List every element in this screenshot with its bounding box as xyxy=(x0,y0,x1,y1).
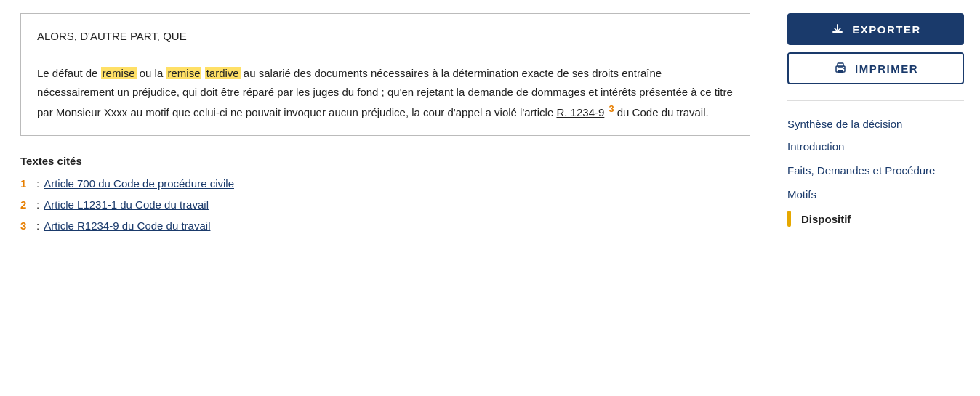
cite-number-2: 2 xyxy=(20,198,33,211)
article-heading: ALORS, D'AUTRE PART, QUE xyxy=(37,27,734,46)
cite-number-3: 3 xyxy=(20,219,33,232)
export-button[interactable]: EXPORTER xyxy=(787,13,964,45)
export-label: EXPORTER xyxy=(852,23,921,36)
sidebar: EXPORTER IMPRIMER Synthèse de la décisio… xyxy=(771,0,980,396)
nav-item-faits[interactable]: Faits, Demandes et Procédure xyxy=(787,158,964,183)
print-icon xyxy=(833,61,848,76)
nav-item-introduction[interactable]: Introduction xyxy=(787,135,964,158)
article-paragraph: Le défaut de remise ou la remise tardive… xyxy=(37,64,734,122)
cite-colon-2: : xyxy=(36,198,39,211)
cite-link-2[interactable]: Article L1231-1 du Code du travail xyxy=(44,198,209,211)
print-label: IMPRIMER xyxy=(855,62,918,75)
cite-link-3[interactable]: Article R1234-9 du Code du travail xyxy=(44,219,210,232)
svg-point-6 xyxy=(843,68,845,69)
superscript-ref: 3 xyxy=(609,103,614,114)
textes-cites-section: Textes cités 1 : Article 700 du Code de … xyxy=(20,155,750,232)
para-end: du Code du travail. xyxy=(614,106,709,118)
article-box: ALORS, D'AUTRE PART, QUE Le défaut de re… xyxy=(20,13,750,136)
highlight-remise-1: remise xyxy=(101,67,137,79)
highlight-remise-2: remise xyxy=(166,67,201,79)
para-between1: ou la xyxy=(137,67,166,79)
cite-link-1[interactable]: Article 700 du Code de procédure civile xyxy=(44,177,234,190)
para-before-h1: Le défaut de xyxy=(37,67,101,79)
svg-rect-5 xyxy=(838,70,843,73)
nav-divider xyxy=(787,100,964,101)
cite-item-3: 3 : Article R1234-9 du Code du travail xyxy=(20,219,750,232)
highlight-tardive: tardive xyxy=(205,67,241,79)
textes-cites-title: Textes cités xyxy=(20,155,750,167)
cite-colon-1: : xyxy=(36,177,39,190)
article-ref[interactable]: R. 1234-9 xyxy=(556,106,604,118)
main-content: ALORS, D'AUTRE PART, QUE Le défaut de re… xyxy=(0,0,771,396)
svg-rect-1 xyxy=(837,24,838,31)
cite-number-1: 1 xyxy=(20,177,33,190)
nav-item-synthese[interactable]: Synthèse de la décision xyxy=(787,113,964,135)
print-button[interactable]: IMPRIMER xyxy=(787,52,964,84)
cite-item-1: 1 : Article 700 du Code de procédure civ… xyxy=(20,177,750,190)
nav-item-motifs[interactable]: Motifs xyxy=(787,183,964,206)
cite-item-2: 2 : Article L1231-1 du Code du travail xyxy=(20,198,750,211)
svg-rect-4 xyxy=(838,63,843,67)
cite-colon-3: : xyxy=(36,219,39,232)
nav-item-dispositif[interactable]: Dispositif xyxy=(787,206,964,232)
export-icon xyxy=(830,22,845,36)
